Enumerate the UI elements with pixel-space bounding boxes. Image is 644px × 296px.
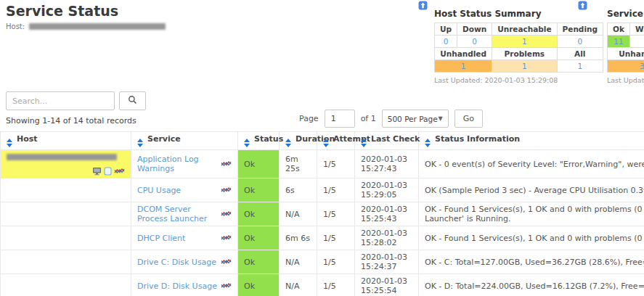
host-summary-down-count[interactable]: 0 [457, 36, 492, 48]
service-summary-ok-count[interactable]: 11 [608, 36, 630, 48]
status-info-cell: OK - Found 1 Services(s), 1 OK and 0 wit… [419, 226, 644, 250]
service-link[interactable]: DCOM Server Process Launcher [137, 205, 218, 223]
table-row: CPU UsageOk6s1/52020-01-03 15:29:05OK (S… [1, 178, 644, 202]
status-cell: Ok [238, 150, 280, 178]
perf-graph-icon[interactable] [221, 282, 232, 289]
status-cell: Ok [238, 226, 280, 250]
perf-graph-icon[interactable] [221, 210, 232, 218]
status-info-cell: OK - 0 event(s) of Severity Level: "Erro… [419, 150, 644, 178]
service-summary-title: Service Status Summary [607, 9, 644, 19]
go-button[interactable]: Go [455, 110, 483, 128]
per-page-value: 500 Per Page [388, 115, 438, 123]
search-button[interactable] [119, 91, 146, 110]
host-summary-all-count[interactable]: 1 [557, 60, 603, 73]
table-body: Application Log WarningsOk6m 25s1/52020-… [1, 150, 644, 296]
search-input[interactable] [6, 91, 115, 110]
service-status-table: HostServiceStatusDurationAttemptLast Che… [0, 131, 644, 296]
col-header-attempt[interactable]: Attempt [317, 132, 355, 150]
sort-icon [361, 139, 367, 147]
perf-graph-icon[interactable] [221, 186, 232, 194]
host-line: Host: [6, 22, 166, 30]
sort-icon [425, 139, 431, 147]
last-check-cell: 2020-01-03 15:25:43 [355, 202, 419, 226]
service-link[interactable]: DHCP Client [137, 234, 185, 243]
status-cell: Ok [238, 274, 280, 296]
host-monitor-icon[interactable] [92, 167, 102, 176]
service-link[interactable]: CPU Usage [137, 186, 181, 195]
service-cell: DCOM Server Process Launcher [131, 202, 238, 226]
host-summary-last-updated: Last Updated: 2020-01-03 15:29:08 [434, 76, 603, 84]
col-header-last-check[interactable]: Last Check [355, 132, 419, 150]
table-row: DCOM Server Process LauncherOkN/A1/52020… [1, 202, 644, 226]
status-info-cell: OK (Sample Period 3 sec) - Average CPU U… [419, 178, 644, 202]
sort-icon [244, 139, 250, 147]
host-action-icons [7, 167, 125, 176]
search-icon [128, 95, 137, 107]
sort-icon [7, 139, 12, 147]
caret-down-icon: ▼ [439, 115, 443, 122]
status-cell: Ok [238, 202, 280, 226]
duration-cell: 6s [280, 178, 317, 202]
service-cell: CPU Usage [131, 178, 238, 202]
attempt-cell: 1/5 [317, 178, 355, 202]
host-summary-col-up: Up [435, 23, 457, 36]
host-summary-problems-count[interactable]: 1 [492, 60, 557, 73]
perf-graph-icon[interactable] [221, 234, 232, 242]
host-cell [1, 226, 131, 250]
perf-graph-icon[interactable] [221, 258, 232, 266]
service-cell: Drive C: Disk Usage [131, 250, 238, 274]
pagination: Page of 1 500 Per Page ▼ Go [299, 110, 483, 128]
host-summary-up-count[interactable]: 0 [435, 36, 457, 48]
host-summary-table: Up Down Unreachable Pending 0 0 1 0 Unha… [434, 22, 603, 73]
page-label: Page [299, 114, 319, 123]
sort-icon [323, 139, 329, 147]
service-summary-warning-count[interactable]: 0 [629, 36, 644, 48]
host-status-summary: Host Status Summary Up Down Unreachable … [434, 9, 603, 84]
attempt-cell: 1/5 [317, 202, 355, 226]
service-summary-col-warning: Warning [629, 23, 644, 36]
host-summary-unreachable-count[interactable]: 1 [492, 36, 557, 48]
host-summary-unhandled-count[interactable]: 1 [435, 60, 492, 73]
host-summary-title: Host Status Summary [434, 9, 603, 19]
host-summary-col-pending: Pending [557, 23, 603, 36]
host-summary-col-unreachable: Unreachable [492, 23, 557, 36]
last-check-cell: 2020-01-03 15:28:02 [355, 226, 419, 250]
dashboard-pin-icon[interactable] [418, 1, 428, 10]
sort-icon [285, 139, 291, 147]
host-note-icon[interactable] [104, 167, 112, 176]
perf-graph-icon[interactable] [221, 160, 232, 168]
service-link[interactable]: Drive D: Disk Usage [137, 281, 217, 291]
service-summary-table: Ok Warning 11 0 Unhandled 3 [607, 22, 644, 73]
last-check-cell: 2020-01-03 15:25:54 [355, 274, 419, 296]
page-number-input[interactable] [325, 110, 355, 128]
col-header-host[interactable]: Host [1, 132, 131, 150]
duration-cell: N/A [280, 250, 317, 274]
service-summary-last-updated: Last Updated: 2020-01-03 15:29:08 [607, 76, 644, 84]
per-page-select[interactable]: 500 Per Page ▼ [382, 110, 449, 128]
col-header-status-information[interactable]: Status Information [419, 132, 644, 150]
col-header-duration[interactable]: Duration [280, 132, 317, 150]
host-cell [1, 250, 131, 274]
status-info-cell: OK - Found 1 Services(s), 1 OK and 0 wit… [419, 202, 644, 226]
service-summary-unhandled-count[interactable]: 3 [608, 60, 644, 73]
service-cell: DHCP Client [131, 226, 238, 250]
service-summary-col-unhandled: Unhandled [608, 48, 644, 60]
host-cell[interactable] [1, 150, 131, 178]
record-count-text: Showing 1-14 of 14 total records [6, 116, 136, 126]
host-summary-col-problems: Problems [492, 48, 557, 60]
host-summary-pending-count[interactable]: 0 [557, 36, 603, 48]
host-label: Host: [6, 22, 25, 30]
status-info-cell: OK - D: Total=224.00GB, Used=16.12GB (7.… [419, 274, 644, 296]
service-link[interactable]: Drive C: Disk Usage [137, 258, 216, 267]
attempt-cell: 1/5 [317, 250, 355, 274]
col-header-service[interactable]: Service [131, 132, 238, 150]
service-cell: Application Log Warnings [131, 150, 238, 178]
col-header-status[interactable]: Status [238, 132, 280, 150]
service-link[interactable]: Application Log Warnings [137, 155, 218, 173]
last-check-cell: 2020-01-03 15:27:43 [355, 150, 419, 178]
host-cell [1, 202, 131, 226]
perf-graph-icon[interactable] [114, 168, 125, 175]
service-summary-col-ok: Ok [608, 23, 630, 36]
host-summary-col-all: All [557, 48, 603, 60]
host-summary-col-down: Down [457, 23, 492, 36]
